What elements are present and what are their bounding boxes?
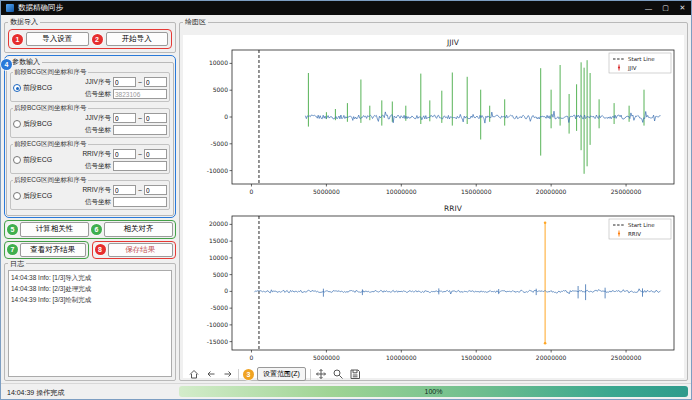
window-title: 数据精确同步: [18, 3, 63, 13]
action-buttons: 5 计算相关性 6 相关对齐 7 查看对齐结果 8 保存结果: [4, 220, 176, 259]
annotation-7: 7: [7, 244, 18, 255]
svg-text:25000000: 25000000: [610, 188, 641, 195]
radio-label: 后段BCG: [23, 119, 52, 129]
back-icon[interactable]: [204, 368, 217, 381]
seq-label: JJIV序号: [85, 114, 111, 123]
set-range-button[interactable]: 设置范围(Z): [257, 367, 306, 381]
svg-text:5000000: 5000000: [313, 188, 340, 195]
seq-from-input[interactable]: [113, 149, 136, 159]
home-icon[interactable]: [187, 368, 200, 381]
radio-icon[interactable]: [13, 156, 21, 164]
svg-text:15000000: 15000000: [460, 188, 491, 195]
seq-to-input[interactable]: [144, 185, 167, 195]
import-settings-button[interactable]: 导入设置: [26, 32, 89, 46]
svg-text:5000000: 5000000: [313, 354, 340, 361]
window-controls: — ▢ ✕: [640, 1, 691, 15]
svg-text:-10000: -10000: [206, 167, 227, 174]
svg-text:10000000: 10000000: [386, 354, 417, 361]
svg-text:5000: 5000: [212, 86, 227, 93]
toolbar-separator: [310, 369, 311, 380]
coord-input[interactable]: [113, 197, 167, 207]
coord-input[interactable]: [113, 161, 167, 171]
maximize-button[interactable]: ▢: [657, 1, 674, 15]
svg-text:10000000: 10000000: [386, 188, 417, 195]
seq-label: RRIV序号: [82, 186, 111, 195]
radio-icon[interactable]: [13, 192, 21, 200]
log-line: 14:04:38 Info: [2/3]处理完成: [11, 283, 169, 294]
toolbar-separator: [238, 369, 239, 380]
svg-text:-15000: -15000: [206, 338, 227, 345]
seq-to-input[interactable]: [144, 149, 167, 159]
main-area: 数据导入 1 导入设置 2 开始导入 4 参数输入 前段BCG区间坐标和序号: [1, 15, 691, 383]
param-group-front-ecg: 前段ECG区间坐标和序号 前段ECG RRIV序号 ~: [10, 140, 170, 174]
svg-text:20000000: 20000000: [535, 188, 566, 195]
annotation-box-save-result: 8 保存结果: [92, 241, 177, 259]
radio-icon[interactable]: [13, 120, 21, 128]
coord-label: 信号坐标: [85, 126, 111, 135]
svg-text:RRIV: RRIV: [628, 231, 641, 237]
annotation-2: 2: [92, 34, 103, 45]
coord-input[interactable]: [113, 89, 167, 99]
annotation-5: 5: [7, 224, 18, 235]
radio-rear-ecg[interactable]: 后段ECG: [13, 191, 59, 201]
zoom-icon[interactable]: [332, 368, 345, 381]
radio-label: 前段ECG: [23, 155, 52, 165]
tilde: ~: [138, 151, 142, 158]
annotation-3: 3: [243, 369, 254, 380]
correlation-align-button[interactable]: 相关对齐: [104, 222, 173, 236]
svg-text:-10000: -10000: [206, 321, 227, 328]
coord-label: 信号坐标: [85, 198, 111, 207]
coord-input[interactable]: [113, 125, 167, 135]
annotation-box-correlation: 5 计算相关性 6 相关对齐: [4, 220, 176, 238]
save-icon[interactable]: [349, 368, 362, 381]
seq-from-input[interactable]: [113, 77, 136, 87]
compute-correlation-button[interactable]: 计算相关性: [20, 222, 89, 236]
svg-text:15000: 15000: [208, 237, 227, 244]
radio-rear-bcg[interactable]: 后段BCG: [13, 119, 59, 129]
pan-icon[interactable]: [315, 368, 328, 381]
plot-canvas[interactable]: 0500000010000000150000002000000025000000…: [183, 35, 684, 378]
seq-from-input[interactable]: [113, 113, 136, 123]
status-text: 14:04:39 操作完成: [7, 388, 64, 398]
annotation-box-view-result: 7 查看对齐结果: [4, 241, 89, 259]
annotation-1: 1: [12, 34, 23, 45]
svg-text:0: 0: [249, 354, 253, 361]
svg-text:-5000: -5000: [210, 304, 228, 311]
param-group-rear-ecg: 后段ECG区间坐标和序号 后段ECG RRIV序号 ~: [10, 176, 170, 210]
forward-icon[interactable]: [221, 368, 234, 381]
start-import-button[interactable]: 开始导入: [106, 32, 169, 46]
annotation-6: 6: [91, 224, 102, 235]
svg-text:20000000: 20000000: [535, 354, 566, 361]
log-group: 日志 14:04:38 Info: [1/3]导入完成 14:04:38 Inf…: [4, 259, 176, 381]
log-output[interactable]: 14:04:38 Info: [1/3]导入完成 14:04:38 Info: …: [8, 270, 172, 377]
seq-to-input[interactable]: [144, 77, 167, 87]
view-align-result-button[interactable]: 查看对齐结果: [20, 243, 86, 257]
seq-from-input[interactable]: [113, 185, 136, 195]
param-group-rear-bcg: 后段BCG区间坐标和序号 后段BCG JJIV序号 ~: [10, 104, 170, 138]
seq-label: RRIV序号: [82, 150, 111, 159]
seq-to-input[interactable]: [144, 113, 167, 123]
param-group-title: 后段BCG区间坐标和序号: [13, 104, 88, 113]
svg-text:10000: 10000: [208, 59, 227, 66]
plot-group: 绘图区 050000001000000015000000200000002500…: [179, 17, 688, 381]
log-line: 14:04:39 Info: [3/3]绘制完成: [11, 294, 169, 305]
coord-label: 信号坐标: [85, 162, 111, 171]
radio-icon[interactable]: [13, 84, 21, 92]
save-result-button[interactable]: 保存结果: [108, 243, 174, 257]
rriv-chart[interactable]: 0500000010000000150000002000000025000000…: [186, 201, 682, 367]
radio-front-ecg[interactable]: 前段ECG: [13, 155, 59, 165]
plot-group-label: 绘图区: [183, 17, 208, 27]
log-line: 14:04:38 Info: [1/3]导入完成: [11, 272, 169, 283]
param-group-title: 后段ECG区间坐标和序号: [13, 176, 88, 185]
svg-text:5000: 5000: [212, 271, 227, 278]
svg-text:0: 0: [224, 287, 228, 294]
close-button[interactable]: ✕: [674, 1, 691, 15]
svg-text:Start Line: Start Line: [628, 222, 655, 228]
radio-front-bcg[interactable]: 前段BCG: [13, 83, 59, 93]
app-window: 数据精确同步 — ▢ ✕ 数据导入 1 导入设置 2 开始导入 4 参数输入: [0, 0, 692, 400]
progress-label: 100%: [425, 388, 443, 395]
jjiv-chart[interactable]: 0500000010000000150000002000000025000000…: [186, 35, 682, 201]
right-panel: 绘图区 050000001000000015000000200000002500…: [179, 17, 688, 381]
svg-text:JJIV: JJIV: [627, 65, 637, 72]
minimize-button[interactable]: —: [640, 1, 657, 15]
